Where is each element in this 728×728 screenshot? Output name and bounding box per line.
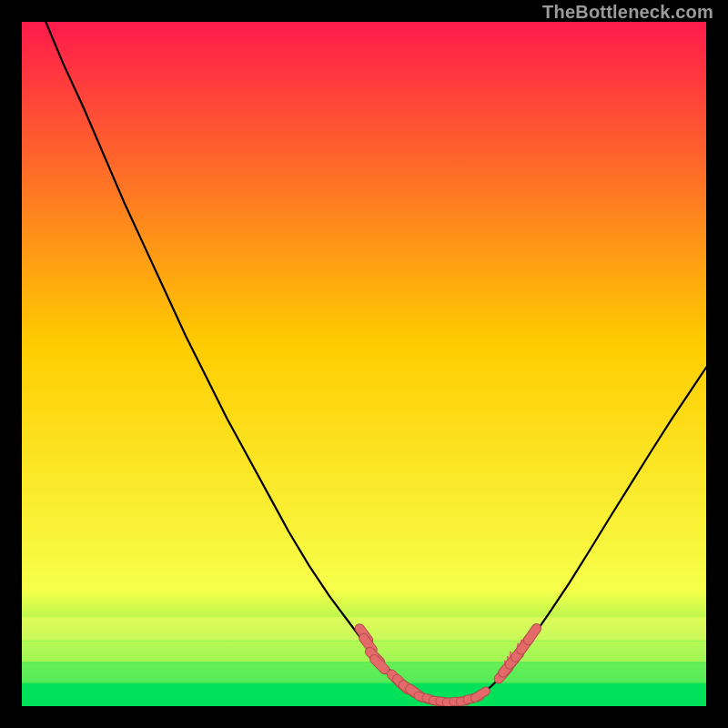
color-band — [22, 663, 706, 682]
chart-frame: TheBottleneck.com — [0, 0, 728, 728]
color-band — [22, 683, 706, 706]
watermark-text: TheBottleneck.com — [542, 2, 713, 23]
gradient-background — [22, 22, 706, 706]
chart-plot-area — [22, 22, 706, 706]
chart-svg — [22, 22, 706, 706]
